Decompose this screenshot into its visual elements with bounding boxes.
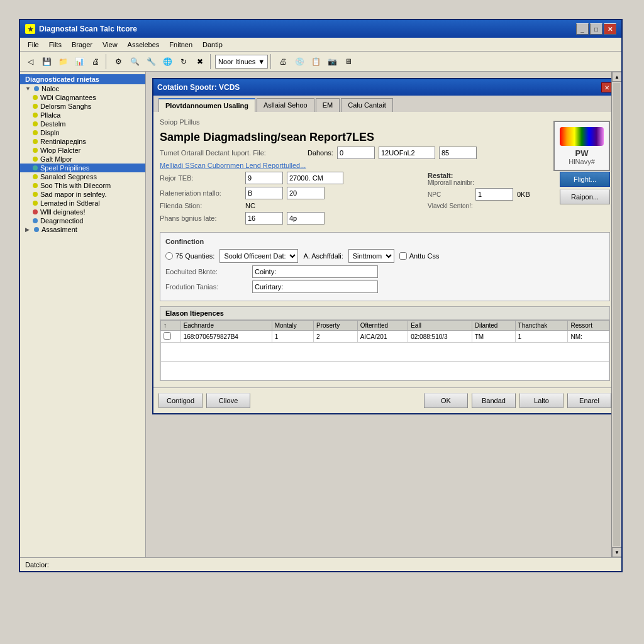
tree-item-3[interactable]: Destelm: [20, 119, 145, 128]
toolbar-sep3: [270, 54, 273, 69]
dahons-input2[interactable]: [379, 147, 435, 159]
col-ofterntted[interactable]: Ofterntted: [357, 321, 408, 331]
dahons-input3[interactable]: [439, 147, 477, 159]
lalto-button[interactable]: Lalto: [519, 393, 564, 408]
toolbar-globe[interactable]: 🌐: [160, 54, 175, 69]
row-thancthak: 1: [515, 331, 568, 343]
toolbar-save[interactable]: 💾: [39, 54, 54, 69]
toolbar-chart[interactable]: 📊: [72, 54, 87, 69]
row-check[interactable]: [161, 331, 181, 343]
tree-item-5[interactable]: Rentiniaредins: [20, 137, 145, 146]
dahons-label: Dahons:: [308, 149, 333, 157]
ok-button[interactable]: OK: [424, 393, 468, 408]
col-eachnarde[interactable]: Eachnarde: [180, 321, 272, 331]
method-link[interactable]: Melliadi SScan Cubornmen Lend Reporttull…: [160, 162, 610, 169]
row-checkbox[interactable]: [164, 332, 171, 340]
menu-view[interactable]: View: [97, 40, 123, 50]
minimize-button[interactable]: _: [576, 23, 589, 35]
tree-item-13[interactable]: Wlll deignates!: [20, 208, 145, 216]
tab-plovtd[interactable]: Plovtdannoumen Usaling: [158, 98, 255, 112]
tab-asllaial[interactable]: Asllaial Sehoo: [257, 98, 314, 112]
tree-item-14[interactable]: Deagrmectiod: [20, 216, 145, 225]
toolbar-search[interactable]: 🔍: [127, 54, 142, 69]
ration-input1[interactable]: [245, 187, 283, 199]
config-dropdown[interactable]: Soold Officeent Dat:: [219, 249, 298, 263]
tree-assessment[interactable]: ▶ Assasiment: [20, 225, 145, 234]
table-row[interactable]: 168:0706579827B4 1 2 AICA/201 02:088:510…: [161, 331, 609, 343]
menu-dantip[interactable]: Dantip: [197, 40, 228, 50]
tab-calu[interactable]: Calu Cantait: [341, 98, 393, 112]
enarel-button[interactable]: Enarel: [567, 393, 611, 408]
tree-item-9[interactable]: Sanaled Segpress: [20, 172, 145, 181]
toolbar-stop[interactable]: ✖: [192, 54, 208, 69]
toolbar-settings[interactable]: ⚙: [111, 54, 126, 69]
toolbar-copy[interactable]: 📋: [308, 54, 323, 69]
menu-asselebes[interactable]: Asselebes: [123, 40, 165, 50]
menu-fnitnen[interactable]: Fnitnen: [164, 40, 197, 50]
dahons-input1[interactable]: [337, 147, 375, 159]
tree-item-2[interactable]: Pllalca: [20, 111, 145, 119]
menu-brager[interactable]: Brager: [67, 40, 97, 50]
toolbar-floppy[interactable]: 💿: [292, 54, 307, 69]
reporter-input2[interactable]: [287, 172, 343, 184]
logo-rainbow: [560, 127, 604, 146]
toolbar-dropdown[interactable]: Noor Itinues ▼: [215, 55, 268, 69]
raipon-button[interactable]: Raipon...: [560, 189, 610, 204]
eoc-row: Eochuited Bknte:: [165, 265, 604, 278]
row-dilanted: TM: [472, 331, 515, 343]
config-radio[interactable]: [165, 252, 173, 260]
maximize-button[interactable]: □: [590, 23, 602, 35]
col-ressort[interactable]: Ressort: [568, 321, 609, 331]
eoc-input[interactable]: [252, 265, 378, 278]
tree-item-12[interactable]: Lemated in Sdtleral: [20, 199, 145, 208]
scroll-down[interactable]: ▼: [612, 547, 621, 557]
a-dropdown[interactable]: Sinttmom: [348, 249, 394, 263]
menu-filts[interactable]: Filts: [44, 40, 67, 50]
close-button[interactable]: ✕: [604, 23, 616, 35]
tree-item-6[interactable]: Wlop Flalcter: [20, 146, 145, 155]
via-label: Vlavckl Senton!:: [428, 203, 473, 209]
report-title: Sample Diagmadsling/sean Report7LES: [160, 131, 610, 144]
col-proserty[interactable]: Proserty: [314, 321, 358, 331]
toolbar-tools[interactable]: 🔧: [143, 54, 158, 69]
scroll-up[interactable]: ▲: [612, 72, 621, 82]
tab-em[interactable]: EM: [316, 98, 340, 112]
phase-input2[interactable]: [287, 212, 325, 225]
col-dilanted[interactable]: Dilanted: [472, 321, 515, 331]
tree-item-7[interactable]: Galt Mlpor: [20, 155, 145, 164]
flight-button[interactable]: Flight...: [560, 172, 610, 187]
col-arrow[interactable]: ↑: [161, 321, 181, 331]
result-title: Restalt:: [428, 172, 553, 179]
col-eall[interactable]: Eall: [408, 321, 472, 331]
toolbar-back[interactable]: ◁: [23, 54, 38, 69]
menu-file[interactable]: File: [23, 40, 44, 50]
phase-input1[interactable]: [245, 212, 283, 225]
tree-item-0[interactable]: WDi Ciagmantees: [20, 93, 145, 102]
tree-root[interactable]: ▼ Naloc: [20, 84, 145, 93]
reporter-input1[interactable]: [245, 172, 283, 184]
production-input[interactable]: [252, 280, 378, 293]
tree-item-8[interactable]: Speel Pnipilines: [20, 164, 145, 172]
col-montaly[interactable]: Montaly: [272, 321, 313, 331]
scroll-thumb[interactable]: [613, 83, 620, 546]
right-area: Cotation Spootr: VCDS ✕ Plovtdannoumen U…: [146, 72, 621, 557]
tree-item-11[interactable]: Sad mapor in selnfey.: [20, 190, 145, 199]
cliove-button[interactable]: Cliove: [206, 393, 250, 408]
contigod-button[interactable]: Contigod: [158, 393, 203, 408]
toolbar-refresh[interactable]: ↻: [176, 54, 191, 69]
npc-input[interactable]: [475, 188, 513, 201]
bandad-button[interactable]: Bandad: [472, 393, 516, 408]
toolbar-open[interactable]: 📁: [55, 54, 70, 69]
toolbar-printer[interactable]: 🖨: [275, 54, 291, 69]
table-title: Elason Itiepences: [160, 307, 609, 320]
ration-input2[interactable]: [287, 187, 325, 199]
tree-item-1[interactable]: Delorsm Sanghs: [20, 102, 145, 111]
tree-item-10[interactable]: Soo This with Dilecorm: [20, 181, 145, 190]
toolbar-print[interactable]: 🖨: [88, 54, 103, 69]
tree-item-4[interactable]: Displn: [20, 128, 145, 137]
phase-label: Phans bgnius late:: [160, 214, 242, 222]
toolbar-capture[interactable]: 📷: [325, 54, 340, 69]
col-thancthak[interactable]: Thancthak: [515, 321, 568, 331]
toolbar-monitor[interactable]: 🖥: [341, 54, 356, 69]
css-checkbox[interactable]: [399, 252, 407, 260]
